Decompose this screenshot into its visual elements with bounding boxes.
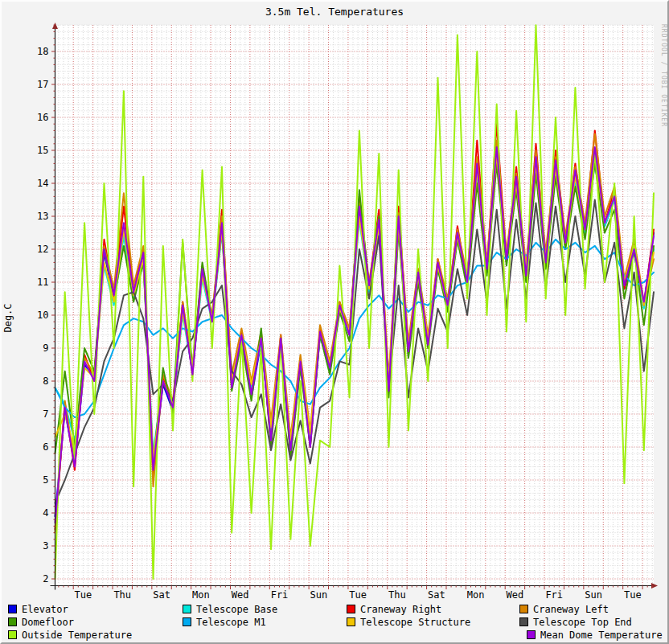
legend-swatch xyxy=(347,617,355,626)
y-tick-label: 9 xyxy=(43,343,48,354)
x-tick-label: Tue xyxy=(75,589,92,601)
y-tick-label: 13 xyxy=(37,211,48,222)
plot-area: 23456789101112131415161718TueThuSatMonWe… xyxy=(2,2,667,642)
x-tick-label: Sat xyxy=(428,589,445,601)
x-tick-label: Wed xyxy=(507,589,524,601)
legend-label: Domefloor xyxy=(22,617,74,628)
x-tick-label: Fri xyxy=(545,589,563,601)
x-tick-label: Sun xyxy=(310,589,327,601)
y-tick-label: 2 xyxy=(43,573,48,585)
legend-label: Telescope M1 xyxy=(196,617,266,628)
legend-item-telescope-m1: Telescope M1 xyxy=(183,617,266,628)
y-tick-label: 15 xyxy=(37,145,48,156)
x-tick-label: Tue xyxy=(624,589,642,601)
legend-swatch xyxy=(8,605,17,613)
legend-item-telescope-top-end: Telescope Top End xyxy=(519,617,632,628)
legend-label: Telescope Base xyxy=(196,604,277,615)
legend-item-telescope-structure: Telescope Structure xyxy=(347,617,470,628)
legend-swatch xyxy=(347,605,355,613)
y-tick-label: 18 xyxy=(37,46,48,57)
legend-label: Craneway Right xyxy=(360,604,441,615)
y-tick-label: 8 xyxy=(43,375,48,387)
legend-label: Mean Dome Temperature xyxy=(540,630,663,641)
y-tick-label: 11 xyxy=(37,277,48,288)
x-tick-label: Fri xyxy=(271,589,289,601)
y-tick-label: 6 xyxy=(43,441,48,453)
legend-item-elevator: Elevator xyxy=(8,605,68,615)
legend-label: Telescope Structure xyxy=(360,617,470,628)
legend-label: Elevator xyxy=(22,604,68,615)
y-tick-label: 7 xyxy=(43,408,48,420)
legend-swatch xyxy=(8,630,17,639)
legend-swatch xyxy=(8,617,17,626)
y-tick-label: 4 xyxy=(43,507,48,519)
legend-item-mean-dome-temperature: Mean Dome Temperature xyxy=(527,630,663,641)
legend-swatch xyxy=(183,605,191,613)
legend-swatch xyxy=(183,617,191,626)
y-tick-label: 5 xyxy=(43,474,48,486)
legend-swatch xyxy=(527,630,536,639)
legend-item-craneway-left: Craneway Left xyxy=(519,605,609,615)
y-tick-label: 3 xyxy=(43,540,48,552)
y-tick-label: 16 xyxy=(37,112,48,123)
x-tick-label: Tue xyxy=(349,589,367,601)
legend-label: Craneway Left xyxy=(533,604,609,615)
x-tick-label: Mon xyxy=(467,589,485,601)
y-tick-label: 17 xyxy=(37,79,48,90)
legend-item-craneway-right: Craneway Right xyxy=(347,605,441,615)
x-tick-label: Wed xyxy=(232,589,249,601)
x-tick-label: Sat xyxy=(153,589,170,601)
rrd-graph: 3.5m Tel. Temperatures Deg.C RRDTOOL / T… xyxy=(0,0,669,644)
x-tick-label: Sun xyxy=(585,589,602,601)
x-tick-label: Thu xyxy=(113,589,131,601)
y-tick-label: 10 xyxy=(37,310,48,321)
x-tick-label: Mon xyxy=(192,589,210,601)
x-tick-label: Thu xyxy=(388,589,406,601)
legend-swatch xyxy=(519,605,528,613)
legend-item-outside-temperature: Outside Temperature xyxy=(8,630,132,641)
legend-label: Telescope Top End xyxy=(533,617,632,628)
legend-item-domefloor: Domefloor xyxy=(8,617,74,628)
legend-label: Outside Temperature xyxy=(22,630,132,641)
y-tick-label: 14 xyxy=(37,178,48,189)
y-tick-label: 12 xyxy=(37,244,48,255)
legend-item-telescope-base: Telescope Base xyxy=(183,605,277,615)
legend-swatch xyxy=(519,617,528,626)
